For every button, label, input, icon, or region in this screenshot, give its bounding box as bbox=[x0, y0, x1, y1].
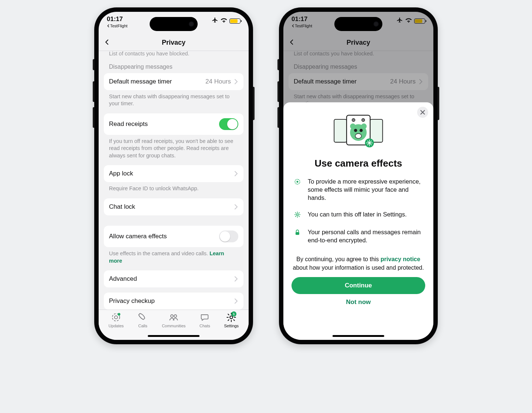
battery-indicator bbox=[229, 18, 241, 24]
chevron-right-icon bbox=[234, 204, 238, 210]
footer-app-lock: Require Face ID to unlock WhatsApp. bbox=[104, 182, 243, 198]
sheet-legal-posttext: about how your information is used and p… bbox=[293, 264, 424, 271]
svg-point-3 bbox=[171, 315, 173, 317]
chats-icon bbox=[200, 312, 210, 322]
row-app-lock[interactable]: App lock bbox=[104, 165, 243, 182]
row-default-message-timer[interactable]: Default message timer 24 Hours bbox=[104, 73, 243, 90]
row-app-lock-label: App lock bbox=[109, 170, 133, 177]
phone-icon bbox=[137, 312, 148, 322]
chevron-right-icon bbox=[234, 298, 238, 304]
svg-point-12 bbox=[354, 129, 357, 132]
status-time: 01:17 bbox=[107, 16, 127, 23]
chevron-right-icon bbox=[234, 171, 238, 177]
svg-rect-6 bbox=[334, 119, 347, 142]
tab-settings[interactable]: 1 Settings bbox=[224, 312, 239, 340]
tab-updates[interactable]: Updates bbox=[109, 312, 124, 340]
home-indicator[interactable] bbox=[148, 335, 200, 337]
tab-settings-label: Settings bbox=[224, 324, 239, 328]
sheet-title: Use camera effects bbox=[314, 158, 402, 169]
gear-icon bbox=[294, 211, 301, 220]
iphone-frame-right: 01:17 TestFlight Privacy bbox=[279, 7, 438, 344]
svg-point-4 bbox=[174, 315, 177, 317]
tab-communities-label: Communities bbox=[162, 324, 185, 328]
close-button[interactable] bbox=[417, 107, 428, 118]
row-advanced-label: Advanced bbox=[109, 275, 137, 283]
nav-header: Privacy bbox=[99, 35, 249, 51]
svg-point-16 bbox=[361, 123, 367, 129]
lock-icon bbox=[294, 229, 301, 238]
chevron-right-icon bbox=[234, 79, 238, 85]
status-back-to-app[interactable]: TestFlight bbox=[107, 24, 127, 28]
page-title: Privacy bbox=[162, 39, 185, 47]
updates-icon bbox=[111, 312, 121, 322]
svg-point-13 bbox=[359, 129, 362, 132]
sheet-bullet-2: You can turn this off later in Settings. bbox=[294, 210, 423, 220]
allow-camera-effects-toggle[interactable] bbox=[219, 231, 238, 242]
footer-camera-effects-text: Use effects in the camera and video call… bbox=[109, 250, 209, 256]
svg-point-15 bbox=[350, 123, 356, 129]
row-default-message-timer-label: Default message timer bbox=[109, 78, 172, 85]
back-button[interactable] bbox=[104, 39, 110, 47]
chevron-right-icon bbox=[234, 276, 238, 282]
sheet-bullet-3: Your personal calls and messages remain … bbox=[294, 228, 423, 245]
close-icon bbox=[420, 110, 425, 115]
not-now-button[interactable]: Not now bbox=[346, 298, 371, 306]
dynamic-island bbox=[334, 17, 382, 31]
svg-rect-7 bbox=[370, 119, 383, 142]
tab-updates-label: Updates bbox=[109, 324, 124, 328]
tab-calls[interactable]: Calls bbox=[137, 312, 148, 340]
tab-chats[interactable]: Chats bbox=[200, 312, 210, 340]
section-disappearing-label: Disappearing messages bbox=[104, 62, 243, 73]
airplane-mode-icon bbox=[212, 17, 218, 25]
footer-disappearing: Start new chats with disappearing messag… bbox=[104, 90, 243, 113]
footer-read-receipts: If you turn off read receipts, you won't… bbox=[104, 135, 243, 165]
privacy-notice-link[interactable]: privacy notice bbox=[381, 256, 420, 262]
communities-icon bbox=[168, 312, 179, 322]
svg-point-2 bbox=[118, 313, 120, 315]
svg-rect-21 bbox=[296, 232, 299, 235]
truncated-prev-footer: List of contacts you have blocked. bbox=[104, 51, 243, 62]
face-scan-icon bbox=[294, 178, 301, 187]
row-privacy-checkup[interactable]: Privacy checkup bbox=[104, 293, 243, 310]
tab-chats-label: Chats bbox=[200, 324, 210, 328]
sheet-bullet-2-text: You can turn this off later in Settings. bbox=[308, 210, 407, 218]
sheet-bullet-3-text: Your personal calls and messages remain … bbox=[308, 228, 423, 245]
svg-point-1 bbox=[115, 316, 117, 319]
dynamic-island bbox=[150, 17, 198, 31]
row-read-receipts: Read receipts bbox=[104, 113, 243, 135]
sheet-bullet-1-text: To provide a more expressive experience,… bbox=[308, 177, 423, 202]
svg-point-20 bbox=[297, 214, 299, 215]
read-receipts-toggle[interactable] bbox=[219, 118, 238, 130]
camera-effects-sheet: Use camera effects To provide a more exp… bbox=[283, 102, 433, 340]
row-chat-lock[interactable]: Chat lock bbox=[104, 198, 243, 215]
continue-button[interactable]: Continue bbox=[291, 277, 425, 294]
row-default-message-timer-value: 24 Hours bbox=[205, 78, 231, 85]
row-chat-lock-label: Chat lock bbox=[109, 203, 135, 211]
svg-point-5 bbox=[230, 316, 233, 318]
status-back-to-app-label: TestFlight bbox=[110, 24, 127, 28]
wifi-icon bbox=[221, 18, 227, 24]
footer-camera-effects: Use effects in the camera and video call… bbox=[104, 247, 243, 270]
tab-calls-label: Calls bbox=[138, 324, 147, 328]
svg-point-19 bbox=[297, 181, 299, 182]
sheet-legal: By continuing, you agree to this privacy… bbox=[291, 255, 425, 272]
row-read-receipts-label: Read receipts bbox=[109, 120, 148, 128]
svg-point-14 bbox=[355, 133, 362, 138]
row-allow-camera-effects-label: Allow camera effects bbox=[109, 233, 167, 240]
sheet-bullet-1: To provide a more expressive experience,… bbox=[294, 177, 423, 202]
row-privacy-checkup-label: Privacy checkup bbox=[109, 297, 155, 305]
row-allow-camera-effects: Allow camera effects bbox=[104, 226, 243, 247]
camera-effects-hero-illustration bbox=[331, 110, 386, 151]
home-indicator[interactable] bbox=[332, 335, 384, 337]
iphone-frame-left: 01:17 TestFlight Privacy bbox=[94, 7, 253, 344]
row-advanced[interactable]: Advanced bbox=[104, 270, 243, 287]
sheet-legal-pretext: By continuing, you agree to this bbox=[296, 256, 381, 262]
